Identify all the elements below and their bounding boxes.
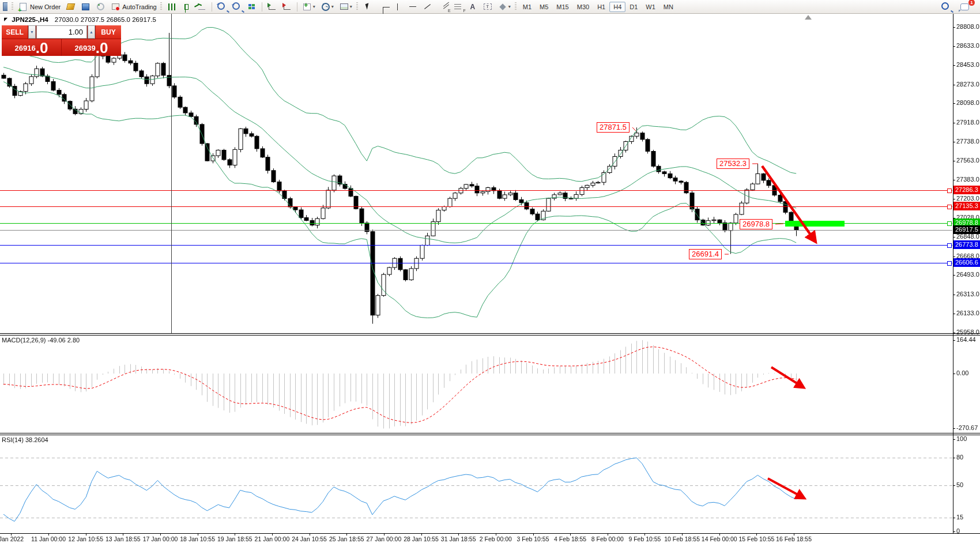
horizontal-line-27135.3[interactable] (0, 206, 952, 207)
ohlc-low: 26865.0 (106, 16, 130, 23)
autotrading-icon (110, 2, 120, 12)
macd-axis-tick-mark (953, 340, 955, 341)
price-axis-tick: 26313.0 (956, 291, 979, 297)
time-axis-tick-mark (756, 533, 757, 536)
price-annotation-27871.5[interactable]: 27871.5 (597, 122, 630, 133)
price-chart-canvas[interactable] (0, 0, 980, 543)
sell-button[interactable]: SELL (2, 25, 28, 39)
price-axis-tick-mark (953, 46, 955, 47)
time-axis-tick-mark (384, 533, 385, 536)
price-axis-tick: 27203.0 (956, 195, 979, 202)
zoom-in-icon[interactable]: + (214, 1, 229, 12)
chevron-down-icon: ▾ (331, 4, 334, 9)
periods-button[interactable]: ▾ (318, 1, 337, 13)
text-icon[interactable]: A (465, 1, 480, 12)
toolbar-handle[interactable] (356, 2, 358, 11)
buy-price-pips: .0 (96, 40, 108, 55)
timeframe-mn[interactable]: MN (659, 2, 677, 12)
vertical-line-object[interactable] (171, 14, 172, 333)
timeframe-h1[interactable]: H1 (593, 2, 609, 12)
volume-increase-button[interactable]: ▲ (88, 25, 95, 39)
timeframe-h4[interactable]: H4 (609, 2, 625, 12)
chart-shift-marker[interactable] (805, 15, 812, 20)
highlight-rectangle[interactable] (785, 221, 845, 227)
toolbar-handle[interactable] (515, 2, 517, 11)
time-axis-label: 27 Jan 00:00 (367, 536, 402, 542)
price-axis-tick-mark (953, 161, 955, 161)
price-axis-tick-mark (953, 142, 955, 142)
price-axis-tick: 27918.0 (956, 119, 979, 126)
time-axis-tick-mark (86, 533, 86, 536)
vertical-line-icon[interactable] (390, 1, 405, 12)
toolbar-handle[interactable] (12, 2, 13, 11)
toolbar-handle[interactable] (160, 2, 162, 11)
timeframe-m5[interactable]: M5 (536, 2, 552, 12)
time-axis-tick-mark (719, 533, 720, 536)
terminal-icon[interactable] (78, 1, 93, 12)
time-axis-label: 14 Feb 00:00 (702, 536, 737, 542)
bar-chart-icon[interactable] (164, 1, 179, 12)
timeframe-w1[interactable]: W1 (642, 2, 659, 12)
timeframe-m1[interactable]: M1 (519, 2, 536, 12)
crosshair-icon[interactable] (375, 1, 390, 12)
timeframe-d1[interactable]: D1 (625, 2, 642, 12)
cursor-icon[interactable] (360, 1, 375, 12)
chart-shift-icon[interactable] (280, 1, 295, 12)
time-axis-tick-mark (48, 533, 49, 536)
search-icon[interactable] (938, 1, 953, 12)
autotrading-button[interactable]: AutoTrading (108, 1, 159, 13)
pane-resize-divider[interactable] (0, 433, 980, 433)
time-axis-tick-mark (570, 533, 571, 536)
channel-icon[interactable]: E (435, 1, 450, 12)
price-axis-tick: 28808.0 (956, 23, 979, 30)
auto-scroll-icon[interactable] (265, 1, 280, 12)
rsi-label: RSI(14) 38.2604 (2, 436, 48, 443)
horizontal-line-26773.8[interactable] (0, 245, 952, 246)
zoom-out-icon[interactable]: − (229, 1, 244, 12)
horizontal-line-27286.3[interactable] (0, 190, 952, 191)
shapes-button[interactable]: ▾ (495, 1, 514, 13)
line-chart-icon[interactable] (194, 1, 209, 12)
timeframe-m30[interactable]: M30 (573, 2, 593, 12)
price-annotation-26978.8[interactable]: 26978.8 (740, 219, 772, 229)
time-axis-tick-mark (310, 533, 310, 536)
price-badge-26606.6: 26606.6 (953, 258, 980, 267)
buy-price[interactable]: 26939 .0 (62, 39, 121, 56)
time-axis-label: 10 Feb 18:55 (664, 536, 700, 542)
price-axis-tick: 28453.0 (956, 61, 979, 68)
text-label-icon[interactable]: T (480, 1, 495, 12)
volume-input[interactable]: 1.00 (36, 25, 87, 39)
rsi-axis-tick-mark (953, 531, 955, 532)
time-axis-label: 21 Jan 00:00 (255, 536, 290, 542)
price-axis-tick-mark (953, 333, 955, 333)
price-axis-tick: 26493.0 (956, 271, 979, 278)
history-center-icon[interactable] (63, 1, 78, 12)
horizontal-line-26606.6[interactable] (0, 263, 952, 263)
line-end-marker (947, 205, 952, 209)
pane-resize-divider[interactable] (0, 333, 980, 334)
templates-button[interactable]: ▾ (337, 1, 355, 13)
buy-button[interactable]: BUY (96, 25, 121, 39)
window-collapse-icon[interactable]: ◤ (4, 17, 7, 22)
line-end-marker (947, 221, 952, 226)
rsi-axis-tick-mark (953, 439, 955, 440)
fibonacci-icon[interactable]: F (450, 1, 465, 12)
trendline-icon[interactable] (420, 1, 435, 12)
time-axis-label: 19 Jan 18:55 (217, 536, 252, 542)
candlestick-chart-icon[interactable] (179, 1, 194, 12)
tile-windows-icon[interactable] (244, 1, 259, 12)
mt4-terminal: New Order AutoTrading + − ▾ ▾ ▾ E F A T (0, 0, 980, 543)
chat-icon[interactable]: 1 (957, 1, 972, 12)
notification-badge: 1 (968, 0, 975, 6)
volume-decrease-button[interactable]: ▼ (28, 25, 36, 39)
signals-icon[interactable] (93, 1, 108, 12)
chart-window-icon[interactable] (0, 2, 10, 12)
indicators-button[interactable]: ▾ (300, 1, 318, 13)
price-annotation-26691.4[interactable]: 26691.4 (689, 249, 722, 259)
sell-price[interactable]: 26916 .0 (2, 39, 61, 56)
price-annotation-27532.3[interactable]: 27532.3 (717, 159, 749, 169)
timeframe-m15[interactable]: M15 (552, 2, 572, 12)
horizontal-line-icon[interactable] (405, 1, 420, 12)
new-order-button[interactable]: New Order (16, 1, 63, 13)
toolbar: New Order AutoTrading + − ▾ ▾ ▾ E F A T (0, 0, 980, 14)
